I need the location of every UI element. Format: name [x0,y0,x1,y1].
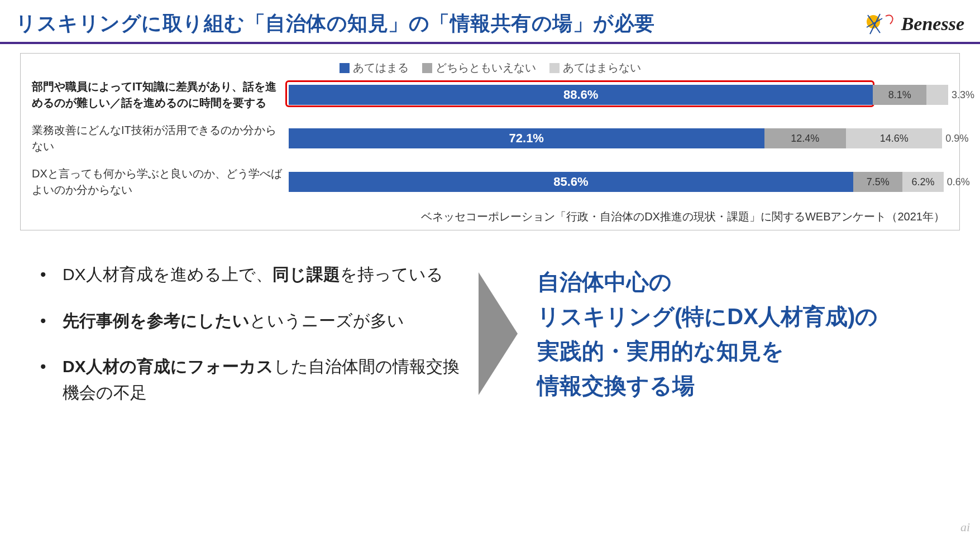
bottom-section: • DX人材育成を進める上で、同じ課題を持っている • 先行事例を参考にしたいと… [16,262,964,406]
bar-segment-notapply: 3.3% [926,85,948,105]
bullet-item: • 先行事例を参考にしたいというニーズが多い [40,308,476,334]
chart-card: あてはまる どちらともいえない あてはまらない 部門や職員によってIT知識に差異… [20,53,960,230]
brand-logo: Benesse [863,11,964,37]
legend-swatch-blue [340,63,350,73]
benesse-figure-icon [863,11,897,37]
bar-wrap: 88.6% 8.1% 3.3% [289,84,948,106]
bar-overflow-value: 0.9% [945,133,968,145]
bullet-item: • DX人材育成を進める上で、同じ課題を持っている [40,262,476,288]
watermark: ai [960,520,970,535]
bar-wrap: 72.1% 12.4% 14.6%0.9% [289,127,948,150]
bar-segment-neutral: 12.4% [764,128,846,148]
bar-value: 6.2% [912,177,935,187]
conclusion-line: 実践的・実用的な知見を [537,334,948,368]
legend-item: どちらともいえない [422,60,536,75]
bar-overflow-value: 0.6% [947,176,970,188]
bar-track: 72.1% 12.4% 14.6%0.9% [289,128,948,148]
bar-value: 88.6% [563,88,598,102]
bullet-item: • DX人材の育成にフォーカスした自治体間の情報交換機会の不足 [40,354,476,406]
brand-name: Benesse [901,13,964,35]
conclusion-text: 自治体中心の リスキリング(特にDX人材育成)の 実践的・実用的な知見を 情報交… [537,264,948,403]
row-label: DXと言っても何から学ぶと良いのか、どう学べばよいのか分からない [32,166,289,198]
header: リスキリングに取り組む「自治体の知見」の「情報共有の場」が必要 Benesse [16,10,964,37]
conclusion-line: 情報交換する場 [537,368,948,403]
conclusion-line: リスキリング(特にDX人材育成)の [537,299,948,334]
legend-label: どちらともいえない [436,60,536,75]
bullet-marker: • [40,354,63,406]
legend-label: あてはまる [353,60,409,75]
slide-title: リスキリングに取り組む「自治体の知見」の「情報共有の場」が必要 [16,10,655,37]
row-label: 部門や職員によってIT知識に差異があり、話を進めるのが難しい／話を進めるのに時間… [32,79,289,111]
chart-row: 部門や職員によってIT知識に差異があり、話を進めるのが難しい／話を進めるのに時間… [32,79,948,111]
bullet-text: DX人材の育成にフォーカスした自治体間の情報交換機会の不足 [63,354,476,406]
bullet-text: 先行事例を参考にしたいというニーズが多い [63,308,404,334]
chart-row: DXと言っても何から学ぶと良いのか、どう学べばよいのか分からない 85.6% 7… [32,166,948,198]
row-label: 業務改善にどんなIT技術が活用できるのか分からない [32,122,289,155]
bullet-marker: • [40,262,63,288]
legend-swatch-lightgrey [549,63,560,73]
bar-value: 14.6% [880,133,909,143]
svg-marker-1 [479,272,518,395]
chart-legend: あてはまる どちらともいえない あてはまらない [32,60,948,75]
bar-value: 7.5% [867,177,890,187]
bullet-text: DX人材育成を進める上で、同じ課題を持っている [63,262,443,288]
bar-value: 12.4% [791,133,819,143]
bar-value: 8.1% [888,90,911,100]
bar-segment-notapply: 14.6%0.9% [846,128,942,148]
chart-source: ベネッセコーポレーション「行政・自治体のDX推進の現状・課題」に関するWEBアン… [32,209,948,224]
bullet-list: • DX人材育成を進める上で、同じ課題を持っている • 先行事例を参考にしたいと… [40,262,476,406]
conclusion-line: 自治体中心の [537,264,948,299]
bar-segment-notapply: 6.2%0.6% [902,172,943,192]
bullet-marker: • [40,308,63,334]
legend-item: あてはまる [340,60,409,75]
bar-wrap: 85.6% 7.5% 6.2%0.6% [289,171,948,193]
bar-value: 3.3% [952,89,974,101]
bar-segment-applies: 88.6% [289,85,873,105]
bar-value: 85.6% [553,175,588,189]
legend-swatch-grey [422,63,432,73]
bar-segment-neutral: 7.5% [853,172,903,192]
slide: リスキリングに取り組む「自治体の知見」の「情報共有の場」が必要 Benesse … [0,0,980,539]
bar-segment-applies: 85.6% [289,172,853,192]
legend-item: あてはまらない [549,60,641,75]
bar-track: 88.6% 8.1% 3.3% [289,85,948,105]
legend-label: あてはまらない [563,60,641,75]
bar-value: 72.1% [509,131,544,146]
bar-segment-applies: 72.1% [289,128,764,148]
chart-rows: 部門や職員によってIT知識に差異があり、話を進めるのが難しい／話を進めるのに時間… [32,79,948,198]
header-divider [0,42,980,44]
chart-row: 業務改善にどんなIT技術が活用できるのか分からない 72.1% 12.4% 14… [32,122,948,155]
bar-track: 85.6% 7.5% 6.2%0.6% [289,172,948,192]
bar-segment-neutral: 8.1% [873,85,926,105]
arrow-icon [476,272,532,395]
